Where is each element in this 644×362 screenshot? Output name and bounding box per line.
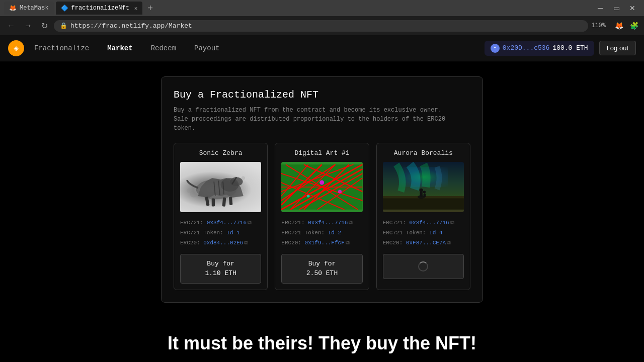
market-desc-line2: Sale proceedings are distributed proport… xyxy=(174,116,445,132)
nft-meta-digital-art: ERC721: 0x3f4...7716⧉ ERC721 Token: Id 2… xyxy=(281,218,362,248)
nav-payout[interactable]: Payout xyxy=(190,42,223,54)
tab-close-button[interactable]: ✕ xyxy=(134,5,138,12)
zoom-label: 110% xyxy=(591,22,606,29)
reload-button[interactable]: ↻ xyxy=(38,19,51,33)
erc20-address-3[interactable]: 0xF87...CE7A xyxy=(406,240,446,246)
metamask-extension-icon[interactable]: 🦊 xyxy=(613,20,625,32)
wallet-balance: 100.0 ETH xyxy=(552,44,588,52)
lock-icon: 🔒 xyxy=(60,22,67,30)
nft-image-digital-art xyxy=(281,162,362,212)
nft-grid: Sonic Zebra xyxy=(174,143,470,290)
fractionalizenft-tab-label: fractionalizeNft xyxy=(71,5,129,12)
nft-image-sonic-zebra xyxy=(180,162,261,212)
erc721-token-id-2[interactable]: Id 2 xyxy=(328,230,341,236)
fractionalizenft-tab-favicon: 🔷 xyxy=(61,5,68,12)
copy-erc721-1[interactable]: ⧉ xyxy=(248,220,252,226)
address-bar[interactable]: 🔒 https://frac.netlify.app/Market xyxy=(54,20,588,32)
subtitle-text: It must be theirs! They buy the NFT! xyxy=(168,333,476,353)
metamask-tab-label: MetaMask xyxy=(20,5,49,12)
tab-metamask[interactable]: 🦊 MetaMask xyxy=(4,2,54,15)
nav-market[interactable]: Market xyxy=(103,42,136,54)
metamask-tab-favicon: 🦊 xyxy=(9,5,17,12)
window-controls: ─ ▭ ✕ xyxy=(593,2,640,15)
forward-button[interactable]: → xyxy=(21,19,35,32)
erc20-label-2: ERC20: xyxy=(281,240,304,246)
wallet-badge: Ξ 0x20D...c536 100.0 ETH xyxy=(485,41,594,56)
erc721-token-label-1: ERC721 Token: xyxy=(180,230,226,236)
copy-erc721-3[interactable]: ⧉ xyxy=(450,220,454,226)
app-logo: ◈ xyxy=(8,40,24,56)
nft-card-aurora: Aurora Borealis xyxy=(376,143,470,290)
copy-erc721-2[interactable]: ⧉ xyxy=(349,220,353,226)
svg-rect-34 xyxy=(383,197,464,210)
tab-fractionalizenft[interactable]: 🔷 fractionalizeNft ✕ xyxy=(56,2,143,15)
erc721-address-3[interactable]: 0x3f4...7716 xyxy=(409,220,449,226)
nft-card-sonic-zebra: Sonic Zebra xyxy=(174,143,268,290)
erc721-token-id-3[interactable]: Id 4 xyxy=(429,230,442,236)
svg-point-30 xyxy=(320,180,325,185)
svg-point-31 xyxy=(338,190,342,193)
copy-erc20-3[interactable]: ⧉ xyxy=(447,240,451,246)
nft-meta-aurora: ERC721: 0x3f4...7716⧉ ERC721 Token: Id 4… xyxy=(383,218,464,248)
buy-button-digital-art[interactable]: Buy for2.50 ETH xyxy=(281,254,362,283)
svg-point-32 xyxy=(307,195,309,197)
buy-button-aurora[interactable] xyxy=(383,254,464,279)
market-title: Buy a Fractionalized NFT xyxy=(174,89,470,101)
eth-logo-icon: Ξ xyxy=(491,44,500,53)
logo-icon: ◈ xyxy=(14,43,19,53)
url-text: https://frac.netlify.app/Market xyxy=(70,22,582,30)
erc721-token-label-3: ERC721 Token: xyxy=(383,230,429,236)
svg-rect-37 xyxy=(420,192,422,197)
market-desc-line1: Buy a fractionalized NFT from the contra… xyxy=(174,107,442,114)
minimize-button[interactable]: ─ xyxy=(593,2,608,15)
nft-name-aurora: Aurora Borealis xyxy=(383,149,464,157)
svg-rect-4 xyxy=(222,197,226,206)
browser-addressbar: ← → ↻ 🔒 https://frac.netlify.app/Market … xyxy=(0,16,644,35)
browser-chrome: 🦊 MetaMask 🔷 fractionalizeNft ✕ + ─ ▭ ✕ … xyxy=(0,0,644,35)
main-content: Buy a Fractionalized NFT Buy a fractiona… xyxy=(0,61,644,318)
copy-erc20-1[interactable]: ⧉ xyxy=(244,240,248,246)
erc721-label-1: ERC721: xyxy=(180,220,207,226)
copy-erc20-2[interactable]: ⧉ xyxy=(346,240,350,246)
svg-point-38 xyxy=(419,189,423,192)
erc20-address-2[interactable]: 0x1f9...FfcF xyxy=(305,240,345,246)
subtitle-bar: It must be theirs! They buy the NFT! xyxy=(0,325,644,362)
svg-point-13 xyxy=(242,176,245,179)
erc721-token-label-2: ERC721 Token: xyxy=(281,230,328,236)
wallet-info: Ξ 0x20D...c536 100.0 ETH Log out xyxy=(485,41,636,56)
svg-rect-3 xyxy=(212,198,215,206)
svg-rect-5 xyxy=(229,197,233,205)
close-window-button[interactable]: ✕ xyxy=(625,2,640,15)
svg-point-40 xyxy=(423,191,425,193)
erc20-label-3: ERC20: xyxy=(383,240,406,246)
maximize-button[interactable]: ▭ xyxy=(609,2,624,15)
new-tab-button[interactable]: + xyxy=(144,3,156,14)
nav-fractionalize[interactable]: Fractionalize xyxy=(30,42,93,54)
nft-image-aurora xyxy=(383,162,464,212)
back-button[interactable]: ← xyxy=(4,19,18,32)
buy-button-sonic-zebra[interactable]: Buy for1.10 ETH xyxy=(180,254,261,283)
erc721-token-id-1[interactable]: Id 1 xyxy=(226,230,239,236)
app-navbar: ◈ Fractionalize Market Redeem Payout Ξ 0… xyxy=(0,35,644,61)
browser-titlebar: 🦊 MetaMask 🔷 fractionalizeNft ✕ + ─ ▭ ✕ xyxy=(0,0,644,16)
erc20-address-1[interactable]: 0xd84...02E6 xyxy=(203,240,243,246)
wallet-address: 0x20D...c536 xyxy=(503,44,550,52)
logout-button[interactable]: Log out xyxy=(599,41,636,55)
nav-redeem[interactable]: Redeem xyxy=(147,42,180,54)
svg-point-6 xyxy=(230,177,243,186)
nft-name-sonic-zebra: Sonic Zebra xyxy=(180,149,261,157)
erc721-label-3: ERC721: xyxy=(383,220,410,226)
nft-name-digital-art: Digital Art #1 xyxy=(281,149,362,157)
svg-point-12 xyxy=(187,189,191,193)
browser-extensions: 🦊 🧩 xyxy=(613,20,640,32)
erc721-address-1[interactable]: 0x3f4...7716 xyxy=(207,220,247,226)
nav-links: Fractionalize Market Redeem Payout xyxy=(30,42,223,54)
erc721-address-2[interactable]: 0x3f4...7716 xyxy=(308,220,348,226)
nft-meta-sonic-zebra: ERC721: 0x3f4...7716⧉ ERC721 Token: Id 1… xyxy=(180,218,261,248)
puzzle-icon[interactable]: 🧩 xyxy=(628,20,640,32)
nft-card-digital-art: Digital Art #1 xyxy=(275,143,369,290)
loading-spinner xyxy=(418,261,428,272)
erc721-label-2: ERC721: xyxy=(281,220,308,226)
erc20-label-1: ERC20: xyxy=(180,240,203,246)
svg-rect-39 xyxy=(423,194,425,198)
